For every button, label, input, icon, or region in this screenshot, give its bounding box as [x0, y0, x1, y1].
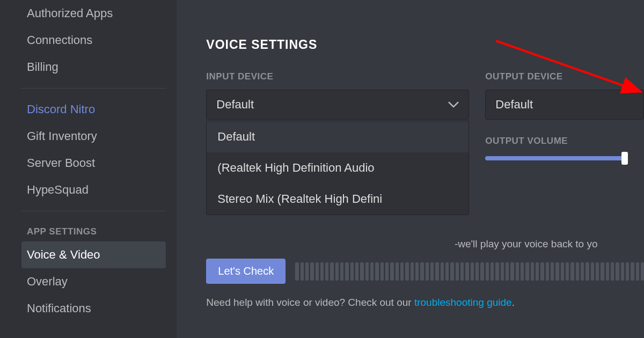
output-volume-slider[interactable] — [485, 156, 625, 160]
meter-bar — [581, 262, 584, 281]
lets-check-button[interactable]: Let's Check — [206, 259, 286, 284]
mic-hint: Having mic issues? Start a test and say … — [206, 238, 644, 250]
output-device-selected: Default — [495, 98, 533, 112]
sidebar-item-billing[interactable]: Billing — [21, 54, 166, 80]
help-text: Need help with voice or video? Check out… — [206, 297, 644, 308]
meter-bar — [411, 262, 414, 281]
meter-bar — [305, 262, 309, 281]
mic-test-section: Having mic issues? Start a test and say … — [206, 238, 644, 308]
meter-bar — [486, 262, 489, 281]
meter-bar — [396, 262, 399, 281]
meter-bar — [365, 262, 369, 281]
meter-bar — [405, 262, 408, 281]
meter-bar — [335, 262, 339, 281]
meter-bar — [355, 262, 358, 281]
meter-bar — [310, 262, 313, 281]
meter-bar — [435, 262, 438, 281]
meter-bar — [375, 262, 378, 281]
dropdown-option-stereo-mix[interactable]: Stereo Mix (Realtek High Defini — [207, 183, 469, 215]
input-device-selected: Default — [216, 98, 254, 112]
meter-bar — [536, 262, 539, 281]
meter-bar — [400, 262, 404, 281]
input-device-label: INPUT DEVICE — [206, 71, 469, 82]
meter-bar — [601, 262, 604, 281]
sidebar-item-gift-inventory[interactable]: Gift Inventory — [21, 123, 166, 150]
sidebar-item-connections[interactable]: Connections — [21, 27, 166, 54]
meter-bar — [516, 262, 519, 281]
sidebar-divider — [21, 211, 166, 211]
sidebar-item-notifications[interactable]: Notifications — [21, 295, 166, 322]
troubleshooting-link[interactable]: troubleshooting guide — [414, 297, 512, 308]
slider-thumb[interactable] — [621, 152, 628, 165]
lets-check-row: Let's Check — [206, 259, 644, 284]
sidebar-item-server-boost[interactable]: Server Boost — [21, 150, 166, 177]
meter-bar — [360, 262, 363, 281]
meter-bar — [465, 262, 469, 281]
meter-bar — [415, 262, 419, 281]
help-prefix: Need help with voice or video? Check out… — [206, 297, 414, 308]
sidebar: Authorized Apps Connections Billing Disc… — [0, 0, 177, 338]
meter-bar — [460, 262, 464, 281]
meter-bar — [420, 262, 423, 281]
meter-bar — [510, 262, 514, 281]
meter-bar — [551, 262, 554, 281]
output-device-col: OUTPUT DEVICE Default OUTPUT VOLUME — [485, 71, 644, 160]
help-suffix: . — [512, 297, 515, 308]
meter-bar — [561, 262, 564, 281]
meter-bar — [586, 262, 589, 281]
meter-bar — [636, 262, 639, 281]
output-volume-label: OUTPUT VOLUME — [485, 136, 644, 146]
sidebar-header-app-settings: APP SETTINGS — [21, 219, 166, 241]
meter-bar — [501, 262, 504, 281]
meter-bar — [566, 262, 569, 281]
dropdown-option-realtek[interactable]: (Realtek High Definition Audio — [207, 152, 469, 183]
meter-bar — [491, 262, 494, 281]
chevron-down-icon — [448, 99, 459, 110]
meter-bar — [591, 262, 594, 281]
meter-bar — [555, 262, 559, 281]
sidebar-item-voice-video[interactable]: Voice & Video — [21, 241, 166, 268]
meter-bar — [475, 262, 479, 281]
output-device-label: OUTPUT DEVICE — [485, 71, 644, 82]
meter-bar — [380, 262, 384, 281]
input-device-col: INPUT DEVICE Default Default (Realtek Hi… — [206, 71, 469, 160]
sidebar-divider — [21, 88, 166, 89]
meter-bar — [345, 262, 348, 281]
output-device-dropdown[interactable]: Default — [485, 90, 644, 120]
dropdown-option-default[interactable]: Default — [207, 121, 469, 152]
meter-bar — [521, 262, 524, 281]
meter-bar — [325, 262, 328, 281]
meter-bar — [596, 262, 599, 281]
sidebar-item-authorized-apps[interactable]: Authorized Apps — [21, 0, 166, 27]
meter-bar — [450, 262, 453, 281]
meter-bar — [370, 262, 374, 281]
meter-bar — [606, 262, 609, 281]
meter-bar — [631, 262, 634, 281]
meter-bar — [441, 262, 444, 281]
meter-bar — [426, 262, 429, 281]
meter-bar — [495, 262, 499, 281]
sidebar-item-hypesquad[interactable]: HypeSquad — [21, 177, 166, 203]
meter-bar — [506, 262, 509, 281]
sidebar-item-discord-nitro[interactable]: Discord Nitro — [21, 96, 166, 123]
meter-bar — [525, 262, 529, 281]
meter-bar — [430, 262, 434, 281]
voice-meter — [295, 262, 644, 281]
meter-bar — [626, 262, 629, 281]
meter-bar — [540, 262, 544, 281]
slider-fill — [485, 156, 625, 160]
meter-bar — [456, 262, 459, 281]
input-device-dropdown[interactable]: Default — [206, 90, 469, 120]
section-title: VOICE SETTINGS — [206, 38, 644, 52]
device-row: INPUT DEVICE Default Default (Realtek Hi… — [206, 71, 644, 160]
sidebar-item-overlay[interactable]: Overlay — [21, 268, 166, 295]
meter-bar — [471, 262, 474, 281]
meter-bar — [301, 262, 304, 281]
meter-bar — [316, 262, 319, 281]
meter-bar — [576, 262, 579, 281]
meter-bar — [570, 262, 574, 281]
input-device-dropdown-menu: Default (Realtek High Definition Audio S… — [206, 121, 469, 215]
meter-bar — [531, 262, 534, 281]
meter-bar — [611, 262, 614, 281]
meter-bar — [641, 262, 644, 281]
